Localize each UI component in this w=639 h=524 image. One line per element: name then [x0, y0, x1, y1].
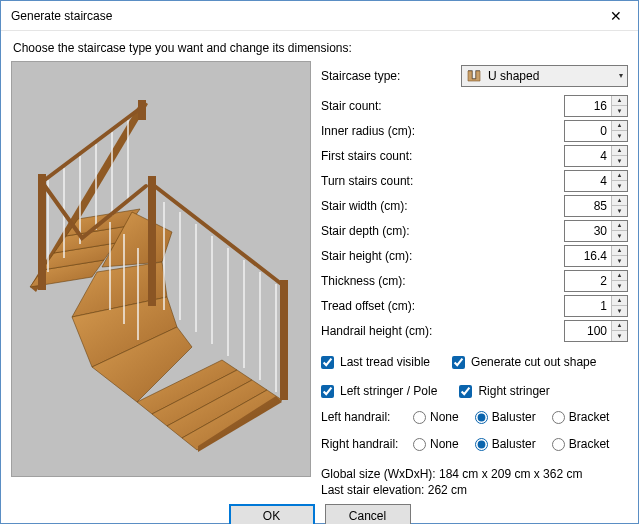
- radio-label: None: [430, 437, 459, 451]
- radio-input[interactable]: [475, 411, 488, 424]
- chevron-down-icon: ▾: [619, 71, 623, 80]
- row-left-handrail: Left handrail: None Baluster Bracket: [321, 406, 628, 428]
- spin-up-icon[interactable]: ▲: [612, 146, 627, 157]
- number-spinner[interactable]: ▲ ▼: [564, 270, 628, 292]
- spin-buttons[interactable]: ▲ ▼: [611, 121, 627, 141]
- prompt-text: Choose the staircase type you want and c…: [13, 41, 628, 55]
- u-shaped-icon: [466, 69, 482, 83]
- spin-down-icon[interactable]: ▼: [612, 131, 627, 141]
- number-spinner[interactable]: ▲ ▼: [564, 145, 628, 167]
- checkbox-left-stringer[interactable]: [321, 385, 334, 398]
- radio-left-none[interactable]: None: [413, 410, 459, 424]
- spin-buttons[interactable]: ▲ ▼: [611, 196, 627, 216]
- check-left-stringer[interactable]: Left stringer / Pole: [321, 384, 437, 398]
- staircase-type-select[interactable]: U shaped ▾: [461, 65, 628, 87]
- close-button[interactable]: ✕: [593, 1, 638, 30]
- field-row: Inner radius (cm): ▲ ▼: [321, 118, 628, 143]
- staircase-preview[interactable]: [11, 61, 311, 477]
- field-row: Handrail height (cm): ▲ ▼: [321, 318, 628, 343]
- number-spinner[interactable]: ▲ ▼: [564, 170, 628, 192]
- spin-up-icon[interactable]: ▲: [612, 96, 627, 107]
- number-input[interactable]: [565, 196, 611, 216]
- field-row: Tread offset (cm): ▲ ▼: [321, 293, 628, 318]
- number-input[interactable]: [565, 96, 611, 116]
- spin-down-icon[interactable]: ▼: [612, 281, 627, 291]
- number-spinner[interactable]: ▲ ▼: [564, 120, 628, 142]
- spin-buttons[interactable]: ▲ ▼: [611, 321, 627, 341]
- radio-label: Bracket: [569, 437, 610, 451]
- number-spinner[interactable]: ▲ ▼: [564, 245, 628, 267]
- spin-up-icon[interactable]: ▲: [612, 271, 627, 282]
- field-label: Turn stairs count:: [321, 174, 461, 188]
- number-input[interactable]: [565, 321, 611, 341]
- check-right-stringer[interactable]: Right stringer: [459, 384, 549, 398]
- number-input[interactable]: [565, 146, 611, 166]
- radio-input[interactable]: [552, 411, 565, 424]
- field-staircase-type: Staircase type: U shaped ▾: [321, 63, 628, 88]
- spin-up-icon[interactable]: ▲: [612, 321, 627, 332]
- radio-right-none[interactable]: None: [413, 437, 459, 451]
- spin-buttons[interactable]: ▲ ▼: [611, 296, 627, 316]
- radio-input[interactable]: [475, 438, 488, 451]
- spin-down-icon[interactable]: ▼: [612, 156, 627, 166]
- spin-buttons[interactable]: ▲ ▼: [611, 146, 627, 166]
- cancel-button[interactable]: Cancel: [325, 504, 411, 524]
- number-input[interactable]: [565, 121, 611, 141]
- field-row: Thickness (cm): ▲ ▼: [321, 268, 628, 293]
- button-bar: OK Cancel: [11, 498, 628, 524]
- radio-right-baluster[interactable]: Baluster: [475, 437, 536, 451]
- spin-down-icon[interactable]: ▼: [612, 206, 627, 216]
- number-spinner[interactable]: ▲ ▼: [564, 220, 628, 242]
- number-input[interactable]: [565, 271, 611, 291]
- number-input[interactable]: [565, 171, 611, 191]
- radio-input[interactable]: [552, 438, 565, 451]
- spin-down-icon[interactable]: ▼: [612, 306, 627, 316]
- number-spinner[interactable]: ▲ ▼: [564, 320, 628, 342]
- status-text: Global size (WxDxH): 184 cm x 209 cm x 3…: [321, 466, 628, 498]
- spin-up-icon[interactable]: ▲: [612, 296, 627, 307]
- check-row-1: Last tread visible Generate cut out shap…: [321, 352, 628, 372]
- spin-buttons[interactable]: ▲ ▼: [611, 96, 627, 116]
- spin-up-icon[interactable]: ▲: [612, 171, 627, 182]
- spin-up-icon[interactable]: ▲: [612, 196, 627, 207]
- svg-rect-33: [138, 100, 146, 120]
- dialog-window: Generate staircase ✕ Choose the staircas…: [0, 0, 639, 524]
- spin-down-icon[interactable]: ▼: [612, 106, 627, 116]
- radio-input[interactable]: [413, 411, 426, 424]
- field-label: Stair height (cm):: [321, 249, 461, 263]
- spin-buttons[interactable]: ▲ ▼: [611, 221, 627, 241]
- check-last-tread[interactable]: Last tread visible: [321, 355, 430, 369]
- spin-buttons[interactable]: ▲ ▼: [611, 171, 627, 191]
- field-row: Turn stairs count: ▲ ▼: [321, 168, 628, 193]
- number-input[interactable]: [565, 221, 611, 241]
- radio-left-bracket[interactable]: Bracket: [552, 410, 610, 424]
- number-input[interactable]: [565, 246, 611, 266]
- spin-buttons[interactable]: ▲ ▼: [611, 246, 627, 266]
- spin-up-icon[interactable]: ▲: [612, 246, 627, 257]
- number-input[interactable]: [565, 296, 611, 316]
- svg-rect-35: [148, 176, 156, 306]
- spin-up-icon[interactable]: ▲: [612, 121, 627, 132]
- label-right-stringer: Right stringer: [478, 384, 549, 398]
- check-cut-out[interactable]: Generate cut out shape: [452, 355, 596, 369]
- number-spinner[interactable]: ▲ ▼: [564, 195, 628, 217]
- radio-right-bracket[interactable]: Bracket: [552, 437, 610, 451]
- number-spinner[interactable]: ▲ ▼: [564, 295, 628, 317]
- check-row-2: Left stringer / Pole Right stringer: [321, 381, 628, 401]
- spin-down-icon[interactable]: ▼: [612, 331, 627, 341]
- ok-button[interactable]: OK: [229, 504, 315, 524]
- radio-input[interactable]: [413, 438, 426, 451]
- spin-up-icon[interactable]: ▲: [612, 221, 627, 232]
- checkbox-cut-out[interactable]: [452, 356, 465, 369]
- field-row: Stair count: ▲ ▼: [321, 93, 628, 118]
- spin-down-icon[interactable]: ▼: [612, 231, 627, 241]
- spin-buttons[interactable]: ▲ ▼: [611, 271, 627, 291]
- spin-down-icon[interactable]: ▼: [612, 256, 627, 266]
- spin-down-icon[interactable]: ▼: [612, 181, 627, 191]
- checkbox-right-stringer[interactable]: [459, 385, 472, 398]
- label-right-handrail: Right handrail:: [321, 437, 413, 451]
- checkbox-last-tread[interactable]: [321, 356, 334, 369]
- radio-left-baluster[interactable]: Baluster: [475, 410, 536, 424]
- number-spinner[interactable]: ▲ ▼: [564, 95, 628, 117]
- field-label: Inner radius (cm):: [321, 124, 461, 138]
